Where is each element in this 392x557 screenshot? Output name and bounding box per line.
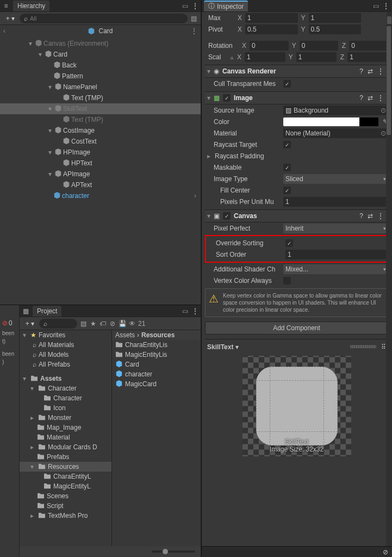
- menu-icon[interactable]: ⋮: [192, 2, 198, 10]
- label-icon[interactable]: 🏷: [99, 320, 107, 327]
- save-icon[interactable]: 💾: [119, 320, 126, 327]
- canvasrenderer-header[interactable]: ▾◉ Canvas Renderer ?⇄⋮: [205, 65, 388, 78]
- inspector-tab[interactable]: ⓘInspector: [204, 1, 248, 11]
- preview-title[interactable]: SkillText: [207, 343, 233, 351]
- help-icon[interactable]: ?: [359, 212, 363, 220]
- help-icon[interactable]: ?: [359, 94, 363, 102]
- component-menu-icon[interactable]: ⋮: [377, 67, 384, 75]
- pivot-x-input[interactable]: [245, 24, 298, 34]
- object-picker-icon[interactable]: ⊙: [381, 129, 386, 137]
- filter-icon[interactable]: ▤: [79, 320, 87, 327]
- fill-center-checkbox[interactable]: [283, 187, 291, 194]
- image-enable-checkbox[interactable]: [223, 94, 231, 102]
- tree-item-back[interactable]: Back: [0, 60, 201, 71]
- fav-all-prefabs[interactable]: ⌕All Prefabs: [20, 360, 111, 369]
- sort-order-input[interactable]: [285, 250, 386, 259]
- max-y-input[interactable]: [309, 13, 362, 23]
- link-icon[interactable]: ⟁: [230, 53, 234, 61]
- visibility-icon[interactable]: 👁: [128, 320, 136, 327]
- preset-icon[interactable]: ⇄: [368, 67, 373, 75]
- tree-item-costimage[interactable]: ▾CostImage: [0, 125, 201, 136]
- pivot-y-input[interactable]: [309, 24, 362, 34]
- folder-scenes[interactable]: Scenes: [20, 491, 111, 501]
- folder-material[interactable]: Material: [20, 432, 111, 442]
- scl-z-input[interactable]: [347, 52, 388, 62]
- folder-script[interactable]: Script: [20, 501, 111, 511]
- scl-y-input[interactable]: [296, 52, 337, 62]
- add-component-button[interactable]: Add Component: [205, 321, 388, 335]
- folder-textmesh[interactable]: ▸TextMesh Pro: [20, 511, 111, 521]
- folder-magicentityl[interactable]: MagicEntityL: [20, 481, 111, 491]
- help-icon[interactable]: ?: [359, 67, 363, 75]
- hierarchy-tab[interactable]: Hierarchy: [13, 1, 49, 11]
- maximize-icon[interactable]: ▭: [181, 307, 189, 315]
- favorites-header[interactable]: ▾★Favorites: [20, 330, 111, 340]
- breadcrumb[interactable]: ‹ Card ⋮: [0, 25, 201, 37]
- asset-magiccard[interactable]: MagicCard: [112, 379, 201, 389]
- folder-character[interactable]: ▾Character: [20, 383, 111, 393]
- menu-icon[interactable]: ⋮: [192, 307, 198, 315]
- folder-prefabs[interactable]: Prefabs: [20, 452, 111, 462]
- add-button[interactable]: + ▾: [3, 14, 17, 23]
- shader-channels-dropdown[interactable]: Mixed...: [283, 264, 388, 274]
- grip-icon[interactable]: ⠿: [378, 343, 386, 351]
- folder-icon-folder[interactable]: Icon: [20, 403, 111, 413]
- asset-card[interactable]: Card: [112, 360, 201, 369]
- canvas-enable-checkbox[interactable]: [223, 212, 231, 220]
- error-badge[interactable]: ⊘0: [0, 317, 19, 329]
- component-menu-icon[interactable]: ⋮: [377, 94, 384, 102]
- scl-x-input[interactable]: [245, 52, 285, 62]
- tree-item-card[interactable]: ▾Card: [0, 49, 201, 60]
- canvas-header[interactable]: ▾▣ Canvas ?⇄⋮: [205, 209, 388, 222]
- folder-character2[interactable]: Character: [20, 393, 111, 403]
- tree-item-character[interactable]: character›: [0, 190, 201, 201]
- tree-item-text1[interactable]: Text (TMP): [0, 92, 201, 103]
- slider-thumb[interactable]: [163, 549, 168, 554]
- image-header[interactable]: ▾▦ Image ?⇄⋮: [205, 91, 388, 104]
- tree-item-text2[interactable]: Text (TMP): [0, 114, 201, 125]
- override-sorting-checkbox[interactable]: [285, 239, 293, 247]
- tree-item-pattern[interactable]: Pattern: [0, 71, 201, 82]
- project-tab[interactable]: Project: [33, 306, 61, 317]
- preset-icon[interactable]: ⇄: [368, 212, 373, 220]
- maximize-icon[interactable]: ▭: [372, 2, 379, 10]
- chevron-right-icon[interactable]: ›: [194, 192, 196, 200]
- add-button[interactable]: + ▾: [23, 319, 37, 329]
- raycast-padding-foldout[interactable]: Raycast Padding: [214, 152, 290, 160]
- project-breadcrumb[interactable]: Assets›Resources: [112, 330, 201, 340]
- assets-header[interactable]: ▾Assets: [20, 374, 111, 383]
- tree-item-hptext[interactable]: HPText: [0, 158, 201, 169]
- favorite-icon[interactable]: ★: [89, 320, 97, 327]
- pixel-perfect-dropdown[interactable]: Inherit: [283, 224, 388, 233]
- maximize-icon[interactable]: ▭: [181, 2, 189, 10]
- vertex-color-checkbox[interactable]: [283, 277, 291, 284]
- image-type-dropdown[interactable]: Sliced: [283, 174, 388, 184]
- folder-mapimage[interactable]: Map_Image: [20, 423, 111, 432]
- rot-y-input[interactable]: [300, 41, 339, 51]
- search-options-icon[interactable]: ▤: [190, 15, 197, 22]
- folder-modular[interactable]: ▸Modular Cards D: [20, 442, 111, 452]
- max-x-input[interactable]: [245, 13, 298, 23]
- raycast-checkbox[interactable]: [283, 141, 291, 148]
- drag-handle-icon[interactable]: ⠿⠿⠿⠿⠿⠿⠿⠿⠿⠿⠿⠿: [350, 345, 376, 350]
- folder-charaentityl[interactable]: CharaEntityL: [20, 472, 111, 481]
- rot-x-input[interactable]: [250, 41, 289, 51]
- tree-item-apimage[interactable]: ▾APImage: [0, 169, 201, 180]
- search-input[interactable]: [30, 15, 183, 22]
- menu-icon[interactable]: ⋮: [383, 2, 389, 10]
- folder-monster[interactable]: ▸Monster: [20, 413, 111, 423]
- preset-icon[interactable]: ⇄: [368, 94, 373, 102]
- object-picker-icon[interactable]: ⊙: [381, 107, 386, 114]
- tree-item-aptext[interactable]: APText: [0, 180, 201, 190]
- thumbnail-slider[interactable]: [20, 546, 201, 557]
- asset-magicentity[interactable]: MagicEntityLis: [112, 350, 201, 360]
- tree-item-namepanel[interactable]: ▾NamePanel: [0, 82, 201, 92]
- hierarchy-search[interactable]: ⌕: [20, 14, 188, 23]
- asset-charaentity[interactable]: CharaEntityLis: [112, 340, 201, 350]
- tree-item-skilltext[interactable]: ▾SkillText: [0, 103, 201, 114]
- ppu-input[interactable]: [283, 197, 388, 207]
- folder-resources[interactable]: ▾Resources: [20, 462, 111, 472]
- breadcrumb-menu-icon[interactable]: ⋮: [191, 27, 197, 35]
- source-image-field[interactable]: ▨Background⊙: [283, 106, 388, 115]
- cull-checkbox[interactable]: [283, 80, 291, 88]
